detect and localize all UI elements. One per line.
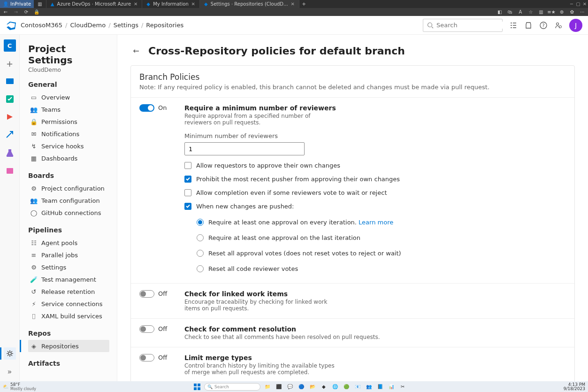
project-settings-icon[interactable]: [4, 347, 16, 360]
min-reviewers-input[interactable]: [184, 142, 305, 155]
task-icon[interactable]: 🔵: [297, 383, 305, 391]
sidebar-item-release-retention[interactable]: ↺Release retention: [28, 285, 109, 298]
close-icon[interactable]: ✕: [191, 2, 196, 7]
sidebar-item-github[interactable]: ◯GitHub connections: [28, 207, 109, 219]
check-allow-requestors[interactable]: Allow requestors to approve their own ch…: [184, 162, 566, 169]
task-icon[interactable]: ✂: [398, 383, 407, 391]
check-prohibit-pusher[interactable]: Prohibit the most recent pusher from app…: [184, 176, 566, 183]
radio-reset-all[interactable]: Reset all code reviewer votes: [197, 261, 566, 277]
back-button[interactable]: ←: [130, 46, 142, 57]
search-box[interactable]: [423, 19, 503, 32]
text-size-icon[interactable]: A: [518, 9, 523, 15]
learn-more-link[interactable]: Learn more: [359, 219, 393, 226]
sidebar-item-team-config[interactable]: 👥Team configuration: [28, 194, 109, 207]
task-icon[interactable]: 💬: [286, 383, 294, 391]
expand-icon[interactable]: »: [4, 365, 16, 377]
close-window-button[interactable]: ✕: [581, 0, 588, 8]
radio-last-iteration[interactable]: Require at least one approval on the las…: [197, 230, 566, 246]
toggle-linked-items[interactable]: [139, 290, 154, 298]
breadcrumb-settings[interactable]: Settings: [114, 22, 138, 29]
task-icon[interactable]: 📂: [308, 383, 317, 391]
browser-tab-3[interactable]: ◆ Settings · Repositories (CloudD... ✕: [200, 0, 299, 8]
marketplace-icon[interactable]: [524, 21, 533, 30]
forward-icon[interactable]: →: [13, 9, 19, 15]
back-icon[interactable]: ←: [3, 9, 8, 15]
task-icon[interactable]: 📘: [376, 383, 384, 391]
main-content: ← Cross-Repository policies for default …: [117, 35, 588, 381]
policy-title: Check for linked work items: [184, 290, 566, 298]
search-input[interactable]: [436, 22, 516, 29]
extension-icon[interactable]: ✿: [569, 9, 575, 15]
work-items-icon[interactable]: [509, 21, 518, 30]
taskbar-clock[interactable]: 4:13 PM 9/18/2023: [564, 383, 585, 391]
collections-icon[interactable]: ⊕: [559, 9, 565, 15]
sidebar-item-permissions[interactable]: 🔒Permissions: [28, 115, 109, 128]
cart-icon[interactable]: 🛍: [507, 9, 513, 15]
help-icon[interactable]: ?: [539, 21, 548, 30]
sidebar-item-notifications[interactable]: ✉Notifications: [28, 128, 109, 140]
field-label: Minimum number of reviewers: [184, 132, 566, 139]
favorites-icon[interactable]: ≡★: [549, 9, 554, 15]
breadcrumb-org[interactable]: ContosoM365: [21, 22, 62, 29]
close-icon[interactable]: ✕: [133, 2, 138, 7]
pipelines-icon[interactable]: [4, 129, 16, 141]
split-icon[interactable]: ▥: [538, 9, 544, 15]
flask-icon: 🧪: [30, 276, 38, 283]
menu-icon[interactable]: ⋯: [580, 9, 585, 15]
check-new-changes[interactable]: When new changes are pushed:: [184, 203, 566, 210]
task-icon[interactable]: ⬛: [275, 383, 283, 391]
overview-icon[interactable]: [4, 75, 16, 87]
toggle-merge-types[interactable]: [139, 354, 154, 361]
sidebar-item-agent-pools[interactable]: ☷Agent pools: [28, 237, 109, 249]
task-icon[interactable]: ◆: [320, 383, 328, 391]
refresh-icon[interactable]: ⟳: [23, 9, 29, 15]
browser-tab-2[interactable]: ◆ My Information ✕: [142, 0, 200, 8]
sidebar-item-overview[interactable]: ▭Overview: [28, 91, 109, 103]
sidebar-item-pipeline-settings[interactable]: ⚙Settings: [28, 261, 109, 273]
sidebar-item-servicehooks[interactable]: ↯Service hooks: [28, 140, 109, 152]
user-settings-icon[interactable]: [554, 21, 563, 30]
task-icon[interactable]: 🟢: [342, 383, 351, 391]
weather-widget[interactable]: ⛅ 58°F Mostly cloudy: [3, 382, 36, 391]
sidebar-item-test-mgmt[interactable]: 🧪Test management: [28, 273, 109, 285]
star-icon[interactable]: ☆: [528, 9, 534, 15]
breadcrumb-project[interactable]: CloudDemo: [70, 22, 106, 29]
task-icon[interactable]: 🌐: [331, 383, 339, 391]
radio-reset-approval[interactable]: Reset all approval votes (does not reset…: [197, 246, 566, 261]
artifacts-icon[interactable]: [4, 164, 16, 177]
task-icon[interactable]: 👥: [365, 383, 373, 391]
check-allow-completion[interactable]: Allow completion even if some reviewers …: [184, 189, 566, 196]
repos-icon[interactable]: [4, 111, 16, 123]
project-tile[interactable]: C: [4, 39, 16, 52]
toggle-comment-res[interactable]: [139, 325, 154, 333]
taskbar-search[interactable]: 🔍Search: [204, 383, 260, 391]
devops-logo-icon[interactable]: [6, 20, 17, 31]
task-icon[interactable]: 📊: [387, 383, 396, 391]
sidebar-item-xaml[interactable]: ⌷XAML build services: [28, 310, 109, 322]
tabs-button[interactable]: ▥: [34, 0, 46, 8]
sidebar-item-service-conn[interactable]: ⚡Service connections: [28, 298, 109, 310]
sidebar-item-dashboards[interactable]: ▦Dashboards: [28, 152, 109, 164]
maximize-button[interactable]: ▢: [575, 0, 581, 8]
close-icon[interactable]: ✕: [290, 2, 295, 7]
breadcrumb: ContosoM365/ CloudDemo/ Settings/ Reposi…: [21, 22, 183, 29]
task-icon[interactable]: 📁: [263, 383, 272, 391]
start-button[interactable]: [193, 383, 201, 391]
sidebar-item-repositories[interactable]: ◈Repositories: [28, 340, 109, 352]
toggle-min-reviewers[interactable]: [139, 104, 154, 112]
reader-icon[interactable]: ◧: [497, 9, 503, 15]
new-tab-button[interactable]: +: [299, 0, 309, 8]
add-button[interactable]: +: [4, 57, 16, 69]
breadcrumb-repos[interactable]: Repositories: [146, 22, 183, 29]
minimize-button[interactable]: ─: [568, 0, 575, 8]
radio-every-iteration[interactable]: Require at least one approval on every i…: [197, 215, 566, 230]
avatar[interactable]: J: [569, 19, 582, 32]
test-plans-icon[interactable]: [4, 146, 16, 159]
task-icon[interactable]: 📧: [353, 383, 362, 391]
boards-icon[interactable]: [4, 93, 16, 105]
sidebar-item-teams[interactable]: 👥Teams: [28, 103, 109, 115]
lock-icon[interactable]: 🔒: [34, 9, 39, 15]
sidebar-item-parallel-jobs[interactable]: ≡Parallel jobs: [28, 249, 109, 261]
sidebar-item-project-config[interactable]: ⚙Project configuration: [28, 182, 109, 194]
browser-tab-1[interactable]: ▲ Azure DevOps · Microsoft Azure ✕: [46, 0, 143, 8]
